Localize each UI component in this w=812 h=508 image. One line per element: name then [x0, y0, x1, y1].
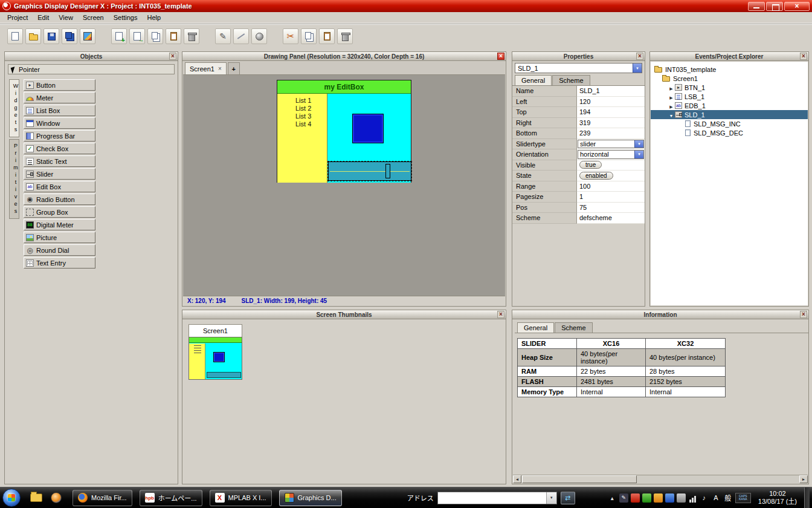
save-all-button[interactable] [62, 28, 77, 44]
open-project-button[interactable] [25, 28, 41, 44]
copy-button[interactable] [301, 28, 317, 44]
maximize-button[interactable] [766, 2, 783, 11]
collapse-icon[interactable] [668, 111, 675, 119]
scroll-left-icon[interactable] [513, 475, 521, 483]
widget-item-edit-box[interactable]: Edit Box [24, 181, 95, 192]
save-project-button[interactable] [44, 28, 59, 44]
list-item[interactable]: List 3 [277, 112, 327, 120]
pencil-tool-button[interactable] [215, 28, 231, 44]
property-value[interactable]: 100 [577, 181, 645, 192]
tab-screen1[interactable]: Screen1 [185, 62, 227, 74]
tab-scheme[interactable]: Scheme [555, 322, 592, 333]
chevron-down-icon[interactable] [634, 151, 643, 158]
line-tool-button[interactable] [233, 28, 249, 44]
minimize-button[interactable] [748, 2, 765, 11]
tree-node-screen1[interactable]: Screen1 [651, 74, 808, 83]
media-player-quicklaunch-icon[interactable] [51, 492, 62, 503]
menu-project[interactable]: Project [2, 13, 33, 22]
new-screen-tab[interactable]: + [228, 62, 240, 74]
close-icon[interactable] [800, 53, 807, 60]
update-tray-icon[interactable] [642, 493, 651, 503]
close-icon[interactable] [636, 53, 643, 60]
gdd-settings-button[interactable] [80, 28, 95, 44]
widget-item-list-box[interactable]: List Box [24, 105, 95, 116]
list-item[interactable]: List 2 [277, 105, 327, 112]
close-icon[interactable] [800, 311, 807, 318]
taskbar-item-homepage-builder[interactable]: hpb ホームペー... [140, 490, 202, 506]
tree-node-project[interactable]: INT035_template [651, 65, 808, 74]
taskbar-item-gdd[interactable]: Graphics D... [279, 490, 342, 506]
pointer-tool[interactable]: Pointer [8, 64, 175, 74]
widget-item-progress-bar[interactable]: Progress Bar [24, 130, 95, 142]
volume-icon[interactable] [700, 493, 709, 503]
chevron-down-icon[interactable] [546, 492, 556, 504]
scroll-right-icon[interactable] [799, 475, 808, 483]
menu-edit[interactable]: Edit [33, 13, 54, 22]
usb-tray-icon[interactable] [677, 493, 686, 503]
delete-button[interactable] [337, 28, 353, 44]
listbox-widget-lsb1[interactable]: List 1 List 2 List 3 List 4 [277, 94, 327, 183]
tab-general[interactable]: General [517, 322, 554, 333]
widget-item-check-box[interactable]: Check Box [24, 143, 95, 154]
widget-item-digital-meter[interactable]: Digital Meter [24, 219, 95, 230]
property-value[interactable]: SLD_1 [577, 86, 645, 97]
tab-scheme[interactable]: Scheme [552, 75, 590, 85]
widget-item-text-entry[interactable]: Text Entry [24, 257, 95, 269]
menu-help[interactable]: Help [142, 13, 166, 22]
import-screen-button[interactable] [129, 28, 145, 44]
taskbar-clock[interactable]: 10:02 13/08/17 (土) [753, 490, 802, 506]
property-value[interactable]: 194 [577, 107, 645, 118]
list-item[interactable]: List 4 [277, 120, 327, 128]
security-tray-icon[interactable] [631, 493, 640, 503]
start-button[interactable] [2, 489, 21, 507]
expand-icon[interactable] [668, 102, 675, 109]
widget-item-group-box[interactable]: Group Box [24, 206, 95, 218]
expand-icon[interactable] [668, 93, 675, 100]
tree-node-sld-msg-dec[interactable]: SLD_MSG_DEC [651, 128, 808, 137]
copy-screen-button[interactable] [147, 28, 163, 44]
scrollbar-thumb[interactable] [522, 475, 637, 483]
tab-general[interactable]: General [515, 75, 552, 85]
close-icon[interactable] [497, 311, 504, 318]
cut-button[interactable] [283, 28, 298, 44]
button-widget-btn1[interactable] [352, 114, 384, 143]
close-button[interactable] [784, 2, 810, 11]
new-project-button[interactable] [7, 28, 23, 44]
property-value[interactable]: 239 [577, 128, 645, 139]
horizontal-scrollbar[interactable] [513, 475, 808, 483]
property-value[interactable]: defscheme [577, 213, 645, 224]
object-selector-combo[interactable]: SLD_1 [515, 63, 642, 73]
editbox-widget-edb1[interactable]: my EditBox [277, 80, 411, 94]
tree-node-edb1[interactable]: EDB_1 [651, 101, 808, 110]
menu-view[interactable]: View [54, 13, 78, 22]
ime-mode-a[interactable]: A [711, 493, 721, 503]
tree-node-lsb1[interactable]: LSB_1 [651, 92, 808, 101]
menu-screen[interactable]: Screen [78, 13, 109, 22]
expand-icon[interactable] [668, 84, 675, 91]
address-input[interactable] [437, 492, 557, 504]
taskbar-item-mplab[interactable]: X MPLAB X I... [210, 490, 272, 506]
explorer-quicklaunch-icon[interactable] [30, 493, 42, 502]
tree-node-sld1-selected[interactable]: SLD_1 [651, 110, 808, 119]
show-desktop-button[interactable] [804, 487, 810, 508]
new-screen-button[interactable] [111, 28, 127, 44]
widget-item-static-text[interactable]: Static Text [24, 155, 95, 167]
chevron-down-icon[interactable] [633, 63, 642, 73]
menu-settings[interactable]: Settings [109, 13, 143, 22]
ime-pad-icon[interactable] [619, 493, 628, 503]
widget-item-window[interactable]: Window [24, 117, 95, 129]
slidertype-combo[interactable]: slider [577, 139, 645, 150]
display-tray-icon[interactable] [665, 493, 674, 503]
slider-thumb[interactable] [385, 164, 390, 178]
screen1-thumbnail[interactable]: Screen1 [188, 324, 242, 380]
show-hidden-icons-icon[interactable] [608, 493, 617, 503]
paste-button[interactable] [319, 28, 335, 44]
drawing-canvas[interactable]: my EditBox List 1 List 2 List 3 List 4 [183, 75, 505, 296]
taskbar-item-firefox[interactable]: Mozilla Fir... [72, 490, 132, 506]
address-go-button[interactable] [561, 492, 575, 504]
widget-item-button[interactable]: Button [24, 79, 95, 91]
chevron-down-icon[interactable] [634, 140, 643, 148]
slider-widget-sld1[interactable] [328, 161, 411, 181]
tree-node-btn1[interactable]: BTN_1 [651, 83, 808, 92]
sound-mixer-tray-icon[interactable] [654, 493, 663, 503]
